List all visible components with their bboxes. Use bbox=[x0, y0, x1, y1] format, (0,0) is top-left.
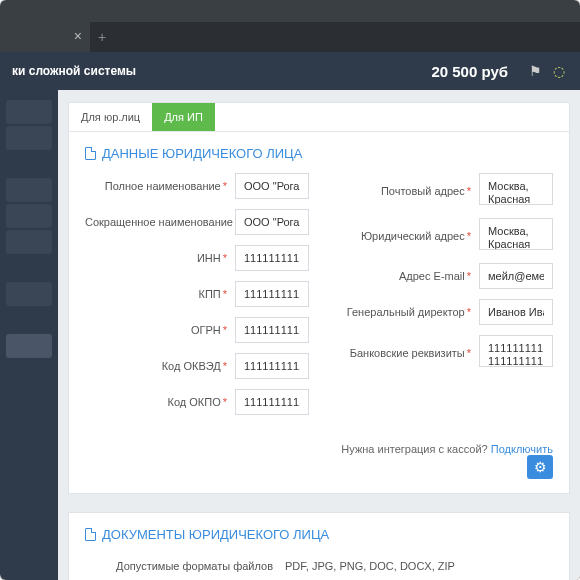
sidebar-item[interactable] bbox=[6, 256, 52, 280]
full-name-label: Полное наименование bbox=[105, 180, 221, 192]
ogrn-label: ОГРН bbox=[191, 324, 221, 336]
postal-address-field[interactable]: Москва, Красная площадь, дом 1 bbox=[479, 173, 553, 205]
settings-button[interactable]: ⚙ bbox=[527, 455, 553, 479]
section-title-label: ДАННЫЕ ЮРИДИЧЕКОГО ЛИЦА bbox=[102, 146, 302, 161]
bank-details-field[interactable]: 1111111111111111111111111111111 bbox=[479, 335, 553, 367]
integration-text: Нужна интеграция с кассой? bbox=[341, 443, 490, 455]
kpp-field[interactable] bbox=[235, 281, 309, 307]
sidebar-item-active[interactable] bbox=[6, 334, 52, 358]
app-header: ки сложной системы 20 500 руб ⚑ ◌ bbox=[0, 52, 580, 90]
documents-panel: ДОКУМЕНТЫ ЮРИДИЧЕКОГО ЛИЦА Допустимые фо… bbox=[68, 512, 570, 580]
bank-details-label: Банковские реквизиты bbox=[350, 347, 465, 359]
director-label: Генеральный директор bbox=[347, 306, 465, 318]
form-left-column: Полное наименование* Сокращенное наимено… bbox=[85, 173, 309, 425]
required-marker: * bbox=[223, 396, 227, 408]
inn-label: ИНН bbox=[197, 252, 221, 264]
required-marker: * bbox=[223, 288, 227, 300]
email-label: Адрес E-mail bbox=[399, 270, 465, 282]
tab-legal-entity[interactable]: Для юр.лиц bbox=[69, 103, 152, 131]
integration-link[interactable]: Подключить bbox=[491, 443, 553, 455]
form-right-column: Почтовый адрес* Москва, Красная площадь,… bbox=[329, 173, 553, 425]
sidebar-item[interactable] bbox=[6, 126, 52, 150]
sidebar bbox=[0, 90, 58, 580]
sidebar-item[interactable] bbox=[6, 282, 52, 306]
required-marker: * bbox=[223, 252, 227, 264]
section-title-label: ДОКУМЕНТЫ ЮРИДИЧЕКОГО ЛИЦА bbox=[102, 527, 329, 542]
required-marker: * bbox=[467, 306, 471, 318]
legal-entity-panel: Для юр.лиц Для ИП ДАННЫЕ ЮРИДИЧЕКОГО ЛИЦ… bbox=[68, 102, 570, 494]
inn-field[interactable] bbox=[235, 245, 309, 271]
window-titlebar bbox=[0, 0, 580, 22]
short-name-label: Сокращенное наименование bbox=[85, 216, 233, 228]
price-display: 20 500 руб bbox=[431, 63, 508, 80]
document-icon bbox=[85, 147, 96, 160]
sidebar-item[interactable] bbox=[6, 178, 52, 202]
lightbulb-icon[interactable]: ◌ bbox=[550, 63, 568, 79]
sidebar-item[interactable] bbox=[6, 100, 52, 124]
email-field[interactable] bbox=[479, 263, 553, 289]
required-marker: * bbox=[223, 180, 227, 192]
required-marker: * bbox=[467, 230, 471, 242]
page-title: ки сложной системы bbox=[12, 64, 431, 78]
sidebar-item[interactable] bbox=[6, 204, 52, 228]
section-title-documents: ДОКУМЕНТЫ ЮРИДИЧЕКОГО ЛИЦА bbox=[69, 513, 569, 550]
postal-address-label: Почтовый адрес bbox=[381, 185, 465, 197]
legal-address-field[interactable]: Москва, Красная площадь, дом 1 bbox=[479, 218, 553, 250]
integration-row: Нужна интеграция с кассой? Подключить ⚙ bbox=[69, 437, 569, 493]
main-content: Для юр.лиц Для ИП ДАННЫЕ ЮРИДИЧЕКОГО ЛИЦ… bbox=[58, 90, 580, 580]
entity-type-tabs: Для юр.лиц Для ИП bbox=[69, 103, 569, 132]
ogrn-field[interactable] bbox=[235, 317, 309, 343]
full-name-field[interactable] bbox=[235, 173, 309, 199]
director-field[interactable] bbox=[479, 299, 553, 325]
browser-tab[interactable]: × bbox=[0, 22, 90, 52]
tab-ip[interactable]: Для ИП bbox=[152, 103, 215, 131]
formats-value: PDF, JPG, PNG, DOC, DOCX, ZIP bbox=[285, 560, 455, 572]
okved-field[interactable] bbox=[235, 353, 309, 379]
close-icon[interactable]: × bbox=[74, 29, 82, 43]
document-icon bbox=[85, 528, 96, 541]
required-marker: * bbox=[223, 324, 227, 336]
flag-icon[interactable]: ⚑ bbox=[526, 63, 544, 79]
section-title-entity-data: ДАННЫЕ ЮРИДИЧЕКОГО ЛИЦА bbox=[69, 132, 569, 169]
kpp-label: КПП bbox=[198, 288, 220, 300]
browser-tabbar: × + bbox=[0, 22, 580, 52]
required-marker: * bbox=[467, 347, 471, 359]
required-marker: * bbox=[223, 360, 227, 372]
legal-address-label: Юридический адрес bbox=[361, 230, 465, 242]
okpo-label: Код ОКПО bbox=[168, 396, 221, 408]
sidebar-item[interactable] bbox=[6, 308, 52, 332]
formats-label: Допустимые форматы файлов bbox=[85, 560, 285, 572]
required-marker: * bbox=[467, 185, 471, 197]
okpo-field[interactable] bbox=[235, 389, 309, 415]
new-tab-button[interactable]: + bbox=[90, 22, 114, 52]
required-marker: * bbox=[467, 270, 471, 282]
sidebar-item[interactable] bbox=[6, 230, 52, 254]
okved-label: Код ОКВЭД bbox=[162, 360, 221, 372]
sidebar-item[interactable] bbox=[6, 152, 52, 176]
short-name-field[interactable] bbox=[235, 209, 309, 235]
